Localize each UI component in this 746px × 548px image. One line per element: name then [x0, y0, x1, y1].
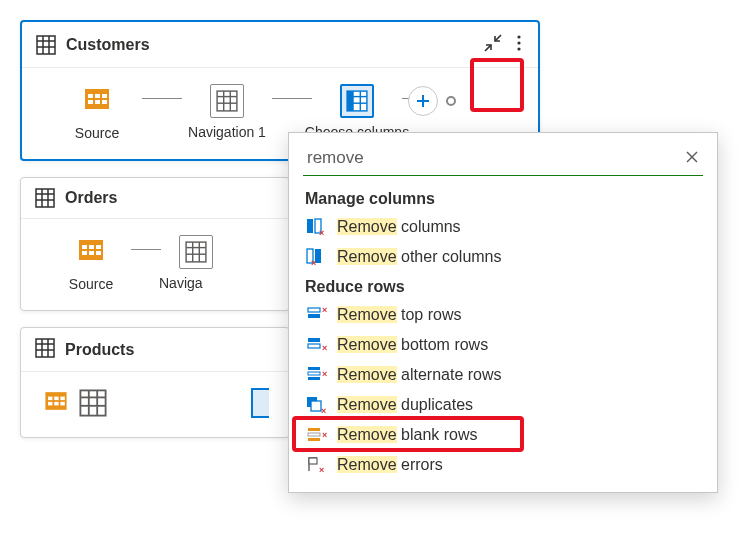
menu-remove-duplicates[interactable]: × Remove duplicates [293, 390, 713, 420]
step-label: Naviga [159, 275, 233, 291]
svg-rect-56 [80, 390, 105, 415]
menu-label: Remove columns [337, 218, 461, 236]
svg-text:×: × [322, 430, 327, 440]
menu-label: Remove bottom rows [337, 336, 488, 354]
svg-rect-21 [347, 91, 354, 111]
menu-label: Remove errors [337, 456, 443, 474]
more-icon[interactable] [514, 32, 524, 57]
svg-rect-49 [45, 392, 66, 410]
step-navigation-1[interactable]: Navigation 1 [172, 84, 282, 140]
remove-bottom-rows-icon: × [305, 335, 327, 355]
svg-rect-9 [88, 94, 93, 98]
remove-top-rows-icon: × [305, 305, 327, 325]
end-dot [446, 96, 456, 106]
svg-rect-75 [308, 367, 320, 370]
svg-rect-83 [308, 433, 320, 436]
svg-rect-33 [82, 245, 87, 249]
svg-rect-63 [307, 219, 313, 233]
query-card-orders[interactable]: Orders Source Naviga [20, 177, 290, 311]
card-title: Orders [65, 189, 275, 207]
menu-label: Remove blank rows [337, 426, 478, 444]
collapse-icon[interactable] [482, 32, 504, 57]
svg-rect-14 [102, 100, 107, 104]
svg-rect-15 [217, 91, 237, 111]
table-icon [79, 389, 107, 417]
table-icon [35, 188, 55, 208]
transform-search-dropdown: Manage columns × Remove columns × Remove… [288, 132, 718, 493]
clear-search-button[interactable] [683, 148, 701, 169]
svg-rect-69 [308, 308, 320, 312]
svg-rect-77 [308, 377, 320, 380]
svg-text:×: × [322, 305, 327, 315]
svg-point-5 [517, 35, 520, 38]
menu-remove-blank-rows[interactable]: × Remove blank rows [293, 420, 713, 450]
remove-alternate-rows-icon: × [305, 365, 327, 385]
remove-blank-rows-icon: × [305, 425, 327, 445]
table-icon [35, 338, 55, 361]
svg-text:×: × [322, 343, 327, 353]
svg-rect-80 [311, 401, 321, 411]
svg-rect-86 [309, 458, 317, 464]
svg-text:×: × [321, 406, 326, 415]
svg-rect-38 [96, 251, 101, 255]
menu-remove-top-rows[interactable]: × Remove top rows [293, 300, 713, 330]
menu-remove-other-columns[interactable]: × Remove other columns [293, 242, 713, 272]
card-header: Customers [22, 22, 538, 68]
choose-columns-icon [340, 84, 374, 118]
svg-rect-72 [308, 338, 320, 342]
remove-errors-icon: × [305, 455, 327, 475]
svg-rect-50 [48, 397, 52, 401]
table-icon [210, 84, 244, 118]
svg-rect-12 [88, 100, 93, 104]
svg-rect-70 [308, 314, 320, 318]
menu-label: Remove duplicates [337, 396, 473, 414]
svg-point-6 [517, 41, 520, 44]
step-source[interactable]: Source [42, 82, 152, 141]
card-title: Products [65, 341, 275, 359]
svg-rect-39 [186, 242, 206, 262]
card-header: Orders [21, 178, 289, 219]
menu-remove-errors[interactable]: × Remove errors [293, 450, 713, 480]
svg-text:×: × [311, 258, 316, 267]
add-step-button[interactable] [408, 86, 438, 116]
search-row [303, 143, 703, 176]
svg-rect-52 [60, 397, 64, 401]
svg-rect-0 [37, 36, 55, 54]
card-header: Products [21, 328, 289, 372]
plus-icon [415, 93, 431, 109]
svg-rect-76 [308, 372, 320, 375]
menu-remove-alternate-rows[interactable]: × Remove alternate rows [293, 360, 713, 390]
menu-remove-columns[interactable]: × Remove columns [293, 212, 713, 242]
source-icon [80, 82, 114, 119]
query-card-products[interactable]: Products [20, 327, 290, 438]
svg-rect-32 [79, 240, 103, 260]
svg-text:×: × [322, 369, 327, 379]
svg-rect-73 [308, 344, 320, 348]
svg-rect-36 [82, 251, 87, 255]
step-label: Source [69, 276, 113, 292]
svg-rect-13 [95, 100, 100, 104]
card-title: Customers [66, 36, 482, 54]
svg-rect-44 [36, 339, 54, 357]
svg-rect-55 [60, 402, 64, 406]
svg-rect-11 [102, 94, 107, 98]
source-icon [41, 386, 71, 419]
svg-rect-84 [308, 438, 320, 441]
section-reduce-rows: Reduce rows [293, 272, 713, 300]
step-navigation-1[interactable]: Naviga [151, 235, 241, 291]
close-icon [685, 150, 699, 164]
svg-rect-8 [85, 89, 109, 109]
step-label: Source [75, 125, 119, 141]
menu-label: Remove top rows [337, 306, 462, 324]
svg-text:×: × [319, 465, 324, 475]
svg-rect-53 [48, 402, 52, 406]
step-source[interactable]: Source [41, 233, 141, 292]
svg-rect-82 [308, 428, 320, 431]
svg-point-7 [517, 47, 520, 50]
svg-rect-35 [96, 245, 101, 249]
search-input[interactable] [305, 147, 683, 169]
card-steps [21, 372, 289, 437]
svg-rect-10 [95, 94, 100, 98]
selected-step-edge [251, 388, 269, 418]
menu-remove-bottom-rows[interactable]: × Remove bottom rows [293, 330, 713, 360]
